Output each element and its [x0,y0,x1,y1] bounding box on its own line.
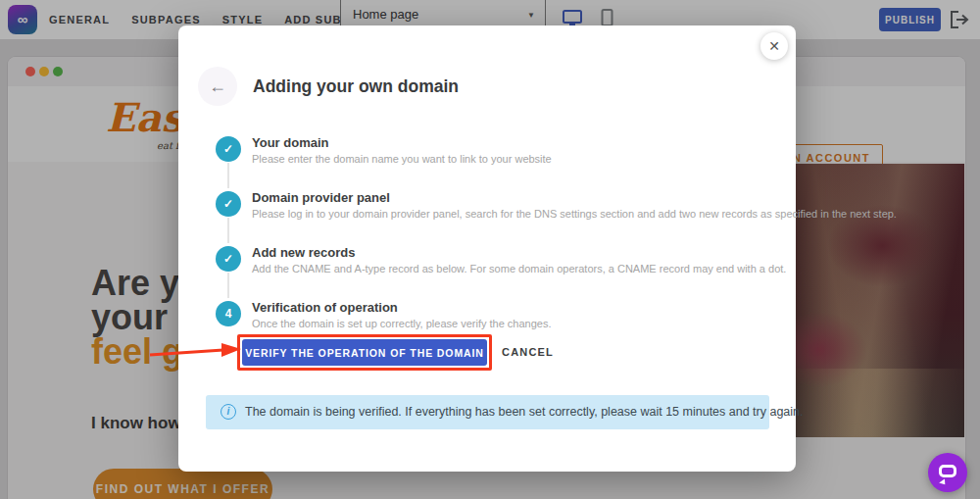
info-icon: i [220,404,236,420]
step-title: Add new records [252,245,355,260]
add-domain-modal: ✕ ← Adding your own domain ✓ Your domain… [178,25,796,472]
modal-title: Adding your own domain [253,76,459,97]
back-arrow-icon[interactable]: ← [198,67,237,106]
step-check-icon: ✓ [216,246,241,272]
step-your-domain: ✓ Your domain Please enter the domain na… [178,131,766,186]
step-description: Add the CNAME and A-type record as below… [252,263,786,274]
step-connector [227,273,229,298]
screen: ∞ GENERAL SUBPAGES STYLE ADD SUBPAGE Sub… [0,0,980,499]
info-banner-text: The domain is being verified. If everyth… [245,405,804,419]
step-add-new-records: ✓ Add new records Add the CNAME and A-ty… [178,241,766,296]
chat-bubble-icon [939,465,956,477]
step-check-icon: ✓ [216,136,241,162]
info-banner: i The domain is being verified. If every… [206,395,769,429]
step-domain-provider-panel: ✓ Domain provider panel Please log in to… [178,186,766,241]
step-description: Please log in to your domain provider pa… [252,208,897,220]
step-description: Please enter the domain name you want to… [252,153,552,165]
step-title: Your domain [252,135,328,150]
step-title: Verification of operation [252,300,398,315]
step-number-badge: 4 [216,301,241,326]
chat-widget-button[interactable] [928,453,967,492]
close-icon[interactable]: ✕ [760,32,788,60]
step-connector [227,163,229,188]
chat-bubble-tail [939,478,948,486]
step-connector [227,218,229,243]
step-title: Domain provider panel [252,190,390,205]
verify-domain-button[interactable]: VERIFY THE OPERATION OF THE DOMAIN [242,339,487,366]
cancel-button[interactable]: CANCEL [502,339,554,366]
step-description: Once the domain is set up correctly, ple… [252,318,552,329]
step-check-icon: ✓ [216,191,241,217]
